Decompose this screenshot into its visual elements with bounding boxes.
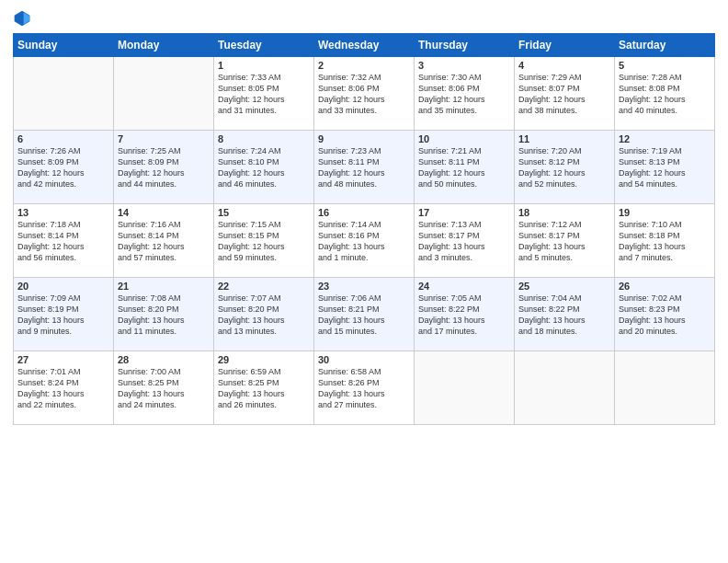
day-number: 17 [418,207,510,218]
logo [13,9,35,28]
day-number: 19 [619,207,711,218]
col-header-saturday: Saturday [615,34,715,57]
day-number: 10 [418,133,510,144]
day-info: Sunrise: 7:01 AM Sunset: 8:24 PM Dayligh… [17,366,109,411]
calendar-cell: 9Sunrise: 7:23 AM Sunset: 8:11 PM Daylig… [314,131,415,204]
day-number: 5 [619,60,711,71]
day-info: Sunrise: 7:30 AM Sunset: 8:06 PM Dayligh… [418,72,510,117]
calendar-cell [14,57,114,131]
calendar-cell: 25Sunrise: 7:04 AM Sunset: 8:22 PM Dayli… [515,278,615,351]
day-info: Sunrise: 7:10 AM Sunset: 8:18 PM Dayligh… [619,219,711,264]
col-header-friday: Friday [515,34,615,57]
col-header-thursday: Thursday [415,34,515,57]
day-number: 3 [418,60,510,71]
calendar-cell: 30Sunrise: 6:58 AM Sunset: 8:26 PM Dayli… [314,351,415,425]
day-info: Sunrise: 7:05 AM Sunset: 8:22 PM Dayligh… [418,293,510,338]
calendar-cell: 1Sunrise: 7:33 AM Sunset: 8:05 PM Daylig… [214,57,314,131]
calendar-cell: 27Sunrise: 7:01 AM Sunset: 8:24 PM Dayli… [14,351,114,425]
logo-icon [13,9,31,28]
day-info: Sunrise: 7:08 AM Sunset: 8:20 PM Dayligh… [118,293,210,338]
calendar-cell [415,351,515,425]
calendar-cell [515,351,615,425]
calendar-cell: 4Sunrise: 7:29 AM Sunset: 8:07 PM Daylig… [515,57,615,131]
col-header-tuesday: Tuesday [214,34,314,57]
day-number: 16 [318,207,410,218]
calendar-cell: 6Sunrise: 7:26 AM Sunset: 8:09 PM Daylig… [14,131,114,204]
week-row-2: 6Sunrise: 7:26 AM Sunset: 8:09 PM Daylig… [14,131,715,204]
calendar-cell: 10Sunrise: 7:21 AM Sunset: 8:11 PM Dayli… [415,131,515,204]
day-number: 29 [218,354,310,365]
day-number: 13 [17,207,109,218]
day-info: Sunrise: 7:04 AM Sunset: 8:22 PM Dayligh… [518,293,610,338]
calendar-cell: 11Sunrise: 7:20 AM Sunset: 8:12 PM Dayli… [515,131,615,204]
page: SundayMondayTuesdayWednesdayThursdayFrid… [0,0,728,563]
week-row-1: 1Sunrise: 7:33 AM Sunset: 8:05 PM Daylig… [14,57,715,131]
day-info: Sunrise: 7:12 AM Sunset: 8:17 PM Dayligh… [518,219,610,264]
col-header-monday: Monday [114,34,214,57]
day-number: 4 [518,60,610,71]
day-number: 9 [318,133,410,144]
day-info: Sunrise: 7:20 AM Sunset: 8:12 PM Dayligh… [518,145,610,190]
day-number: 20 [17,281,109,292]
day-number: 24 [418,281,510,292]
calendar-table: SundayMondayTuesdayWednesdayThursdayFrid… [13,33,715,425]
day-number: 2 [318,60,410,71]
day-number: 18 [518,207,610,218]
day-info: Sunrise: 7:21 AM Sunset: 8:11 PM Dayligh… [418,145,510,190]
calendar-cell [114,57,214,131]
calendar-cell: 7Sunrise: 7:25 AM Sunset: 8:09 PM Daylig… [114,131,214,204]
calendar-cell: 29Sunrise: 6:59 AM Sunset: 8:25 PM Dayli… [214,351,314,425]
day-info: Sunrise: 7:06 AM Sunset: 8:21 PM Dayligh… [318,293,410,338]
day-info: Sunrise: 7:19 AM Sunset: 8:13 PM Dayligh… [619,145,711,190]
day-info: Sunrise: 7:00 AM Sunset: 8:25 PM Dayligh… [118,366,210,411]
calendar-cell: 12Sunrise: 7:19 AM Sunset: 8:13 PM Dayli… [615,131,715,204]
day-info: Sunrise: 7:18 AM Sunset: 8:14 PM Dayligh… [17,219,109,264]
day-number: 6 [17,133,109,144]
day-info: Sunrise: 6:59 AM Sunset: 8:25 PM Dayligh… [218,366,310,411]
day-info: Sunrise: 7:32 AM Sunset: 8:06 PM Dayligh… [318,72,410,117]
day-info: Sunrise: 7:09 AM Sunset: 8:19 PM Dayligh… [17,293,109,338]
day-info: Sunrise: 7:33 AM Sunset: 8:05 PM Dayligh… [218,72,310,117]
calendar-cell [615,351,715,425]
day-number: 26 [619,281,711,292]
day-number: 1 [218,60,310,71]
calendar-header-row: SundayMondayTuesdayWednesdayThursdayFrid… [14,34,715,57]
day-number: 28 [118,354,210,365]
calendar-cell: 13Sunrise: 7:18 AM Sunset: 8:14 PM Dayli… [14,204,114,278]
calendar-cell: 23Sunrise: 7:06 AM Sunset: 8:21 PM Dayli… [314,278,415,351]
week-row-4: 20Sunrise: 7:09 AM Sunset: 8:19 PM Dayli… [14,278,715,351]
day-number: 12 [619,133,711,144]
calendar-cell: 3Sunrise: 7:30 AM Sunset: 8:06 PM Daylig… [415,57,515,131]
calendar-cell: 28Sunrise: 7:00 AM Sunset: 8:25 PM Dayli… [114,351,214,425]
calendar-cell: 2Sunrise: 7:32 AM Sunset: 8:06 PM Daylig… [314,57,415,131]
day-number: 11 [518,133,610,144]
calendar-cell: 18Sunrise: 7:12 AM Sunset: 8:17 PM Dayli… [515,204,615,278]
day-number: 15 [218,207,310,218]
day-number: 22 [218,281,310,292]
header [13,9,715,28]
day-info: Sunrise: 7:25 AM Sunset: 8:09 PM Dayligh… [118,145,210,190]
calendar-cell: 19Sunrise: 7:10 AM Sunset: 8:18 PM Dayli… [615,204,715,278]
calendar-cell: 5Sunrise: 7:28 AM Sunset: 8:08 PM Daylig… [615,57,715,131]
day-info: Sunrise: 7:23 AM Sunset: 8:11 PM Dayligh… [318,145,410,190]
day-info: Sunrise: 7:16 AM Sunset: 8:14 PM Dayligh… [118,219,210,264]
day-number: 23 [318,281,410,292]
day-number: 30 [318,354,410,365]
day-number: 8 [218,133,310,144]
day-info: Sunrise: 7:15 AM Sunset: 8:15 PM Dayligh… [218,219,310,264]
day-info: Sunrise: 7:13 AM Sunset: 8:17 PM Dayligh… [418,219,510,264]
day-number: 25 [518,281,610,292]
day-info: Sunrise: 7:02 AM Sunset: 8:23 PM Dayligh… [619,293,711,338]
calendar-cell: 24Sunrise: 7:05 AM Sunset: 8:22 PM Dayli… [415,278,515,351]
day-number: 27 [17,354,109,365]
day-info: Sunrise: 7:29 AM Sunset: 8:07 PM Dayligh… [518,72,610,117]
day-info: Sunrise: 7:07 AM Sunset: 8:20 PM Dayligh… [218,293,310,338]
calendar-cell: 16Sunrise: 7:14 AM Sunset: 8:16 PM Dayli… [314,204,415,278]
calendar-cell: 14Sunrise: 7:16 AM Sunset: 8:14 PM Dayli… [114,204,214,278]
day-info: Sunrise: 7:24 AM Sunset: 8:10 PM Dayligh… [218,145,310,190]
calendar-cell: 26Sunrise: 7:02 AM Sunset: 8:23 PM Dayli… [615,278,715,351]
day-info: Sunrise: 7:28 AM Sunset: 8:08 PM Dayligh… [619,72,711,117]
day-number: 14 [118,207,210,218]
calendar-cell: 15Sunrise: 7:15 AM Sunset: 8:15 PM Dayli… [214,204,314,278]
calendar-cell: 20Sunrise: 7:09 AM Sunset: 8:19 PM Dayli… [14,278,114,351]
